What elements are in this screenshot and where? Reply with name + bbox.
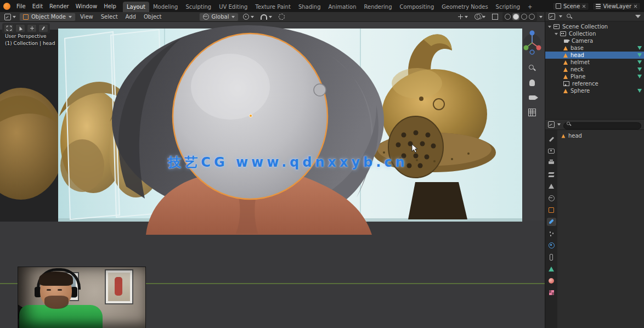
collection-icon (560, 31, 566, 36)
properties-tab-scene[interactable] (547, 182, 556, 190)
viewport-menu-object[interactable]: Object (140, 13, 165, 21)
outliner-editor-icon[interactable] (549, 13, 555, 20)
scene-selector[interactable]: Scene (552, 2, 590, 10)
outliner-item-helmet[interactable]: helmet (545, 59, 644, 66)
properties-tab-physics[interactable] (547, 241, 556, 250)
render-icon (548, 149, 555, 154)
properties-tab-output[interactable] (547, 159, 556, 167)
transform-orientation-dropdown[interactable]: Global (199, 13, 239, 21)
remove-view-layer-icon[interactable] (634, 4, 637, 8)
mode-dropdown[interactable]: Object Mode (19, 13, 76, 21)
small-sphere-mesh[interactable] (314, 84, 326, 96)
outliner-item-scene-collection[interactable]: Scene Collection (545, 23, 644, 30)
3d-viewport[interactable]: User Perspective (1) Collection | head 技… (0, 22, 545, 328)
properties-tab-particles[interactable] (547, 229, 556, 237)
properties-tab-world[interactable] (547, 194, 556, 202)
viewport-menu-select[interactable]: Select (98, 13, 121, 21)
chevron-down-icon[interactable] (557, 123, 561, 126)
filter-funnel-icon[interactable] (635, 15, 641, 18)
outliner-search-icon[interactable] (567, 14, 572, 19)
outliner-item-reference[interactable]: reference (545, 80, 644, 87)
blender-logo-icon[interactable] (3, 3, 10, 10)
workspace-tab-animation[interactable]: Animation (325, 2, 360, 12)
menu-edit[interactable]: Edit (29, 2, 46, 10)
properties-search-input[interactable] (563, 122, 641, 129)
unlink-scene-icon[interactable] (582, 4, 586, 8)
camera-view-button[interactable] (527, 93, 537, 103)
workspace-tab-uv-editing[interactable]: UV Editing (215, 2, 251, 12)
outliner-item-neck[interactable]: neck (545, 66, 644, 73)
workspace-tab-layout[interactable]: Layout (123, 2, 149, 12)
outliner-item-label: base (570, 45, 584, 51)
solid-shading-button[interactable] (512, 13, 519, 20)
outliner-item-collection[interactable]: Collection (545, 30, 644, 37)
zoom-button[interactable] (527, 63, 537, 73)
material-preview-button[interactable] (521, 14, 527, 20)
view-layer-selector[interactable]: ViewLayer (592, 2, 641, 10)
workspace-tab-geometry-nodes[interactable]: Geometry Nodes (438, 2, 492, 12)
workspace-tab-modeling[interactable]: Modeling (149, 2, 182, 12)
add-workspace-button[interactable]: + (524, 2, 536, 12)
properties-tab-modifiers[interactable] (547, 218, 556, 226)
cursor-tool-button[interactable] (15, 24, 25, 32)
pivot-point-button[interactable] (241, 13, 256, 20)
properties-tab-object[interactable] (547, 206, 556, 214)
pan-button[interactable] (527, 78, 537, 88)
properties-tab-object-data[interactable] (547, 265, 556, 273)
workspace-tab-scripting[interactable]: Scripting (492, 2, 524, 12)
outliner-item-head-selected[interactable]: head (545, 52, 644, 59)
chevron-down-icon[interactable] (559, 15, 562, 18)
presenter-webcam (18, 267, 145, 328)
properties-editor-icon[interactable] (548, 121, 555, 128)
wrench-icon (549, 219, 554, 224)
workspace-tab-shading[interactable]: Shading (295, 2, 325, 12)
properties-tab-render[interactable] (547, 147, 556, 155)
rendered-shading-button[interactable] (529, 14, 535, 20)
outliner-item-label: Sphere (570, 88, 590, 94)
editor-type-button[interactable] (2, 13, 18, 21)
xray-toggle-button[interactable] (490, 13, 500, 20)
watermark-text: 技艺CG www.qdnxxyb.cn (156, 154, 420, 171)
box-select-tool-button[interactable] (4, 24, 14, 32)
magnet-icon (261, 14, 267, 20)
outliner-item-camera[interactable]: Camera (545, 37, 644, 44)
overlays-button[interactable] (472, 13, 488, 20)
view-name-text: User Perspective (5, 33, 55, 40)
hand-icon (529, 80, 535, 86)
wireframe-shading-button[interactable] (505, 14, 511, 20)
properties-tab-constraints[interactable] (547, 253, 556, 261)
properties-tab-texture[interactable] (547, 289, 556, 297)
shading-options-chevron-icon[interactable] (539, 16, 543, 18)
outliner-item-plane[interactable]: Plane (545, 73, 644, 80)
toggle-perspective-button[interactable] (527, 108, 537, 117)
snap-toggle-button[interactable] (258, 14, 274, 20)
physics-icon (549, 242, 555, 248)
outliner-item-label: Scene Collection (562, 24, 608, 30)
viewport-menu-add[interactable]: Add (122, 13, 139, 21)
menu-help[interactable]: Help (100, 2, 120, 10)
orientation-gizmo[interactable] (523, 26, 541, 58)
annotate-tool-button[interactable] (38, 24, 48, 32)
menu-render[interactable]: Render (46, 2, 72, 10)
menu-window[interactable]: Window (72, 2, 100, 10)
disclosure-arrow-icon[interactable] (555, 33, 558, 35)
properties-tab-tool[interactable] (547, 135, 556, 143)
proportional-edit-button[interactable] (276, 13, 287, 20)
outliner-item-base[interactable]: base (545, 44, 644, 52)
move-tool-button[interactable] (27, 24, 37, 32)
workspace-tab-rendering[interactable]: Rendering (360, 2, 396, 12)
properties-tab-view-layer[interactable] (547, 171, 556, 179)
properties-tab-strip (545, 130, 557, 328)
webcam-vignette (18, 267, 145, 328)
show-gizmo-button[interactable] (456, 14, 470, 20)
tool-icon (549, 137, 553, 142)
viewport-menu-view[interactable]: View (77, 13, 97, 21)
workspace-tab-compositing[interactable]: Compositing (396, 2, 438, 12)
workspace-tab-sculpting[interactable]: Sculpting (182, 2, 215, 12)
printer-icon (549, 161, 554, 164)
outliner-item-sphere[interactable]: Sphere (545, 87, 644, 94)
disclosure-arrow-icon[interactable] (548, 26, 551, 28)
menu-file[interactable]: File (13, 2, 29, 10)
properties-tab-material[interactable] (547, 276, 556, 285)
workspace-tab-texture-paint[interactable]: Texture Paint (251, 2, 295, 12)
